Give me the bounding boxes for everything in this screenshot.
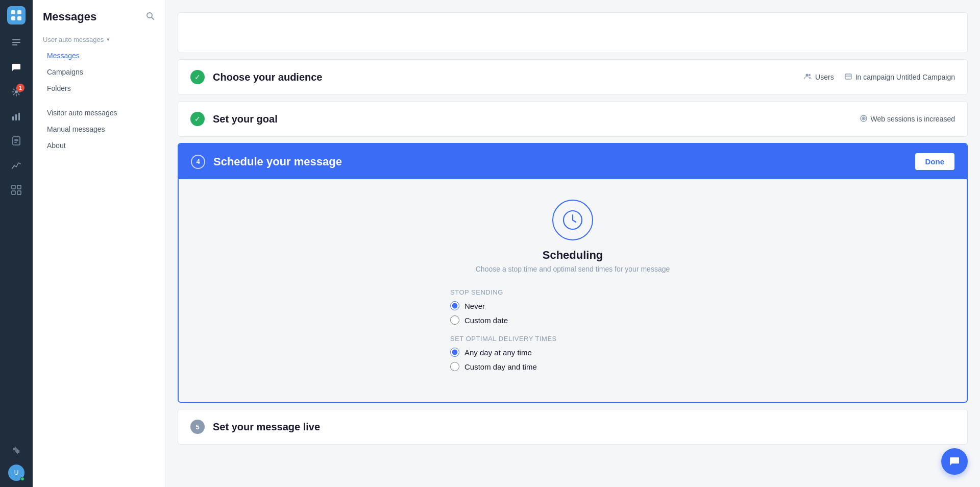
sidebar-title: Messages: [43, 10, 96, 23]
step5-number: 5: [190, 420, 205, 434]
svg-rect-15: [12, 185, 15, 189]
sidebar-item-messages[interactable]: Messages: [37, 47, 161, 64]
choose-audience-card: ✓ Choose your audience Users In campaign…: [178, 59, 968, 95]
user-auto-messages-group[interactable]: User auto messages ▾: [33, 34, 165, 47]
automation-icon[interactable]: 1: [6, 82, 27, 102]
svg-point-21: [806, 74, 808, 76]
sidebar-header: Messages: [33, 10, 165, 34]
user-avatar[interactable]: U: [8, 465, 24, 481]
svg-rect-9: [15, 114, 17, 120]
delivery-custom-day[interactable]: Custom day and time: [450, 362, 695, 371]
chevron-down-icon: ▾: [107, 36, 110, 43]
stop-sending-custom-date[interactable]: Custom date: [450, 315, 695, 325]
online-status-dot: [20, 477, 24, 481]
stop-sending-group: Never Custom date: [450, 301, 695, 325]
svg-line-20: [152, 17, 154, 19]
app-logo[interactable]: [7, 6, 26, 25]
svg-rect-5: [12, 42, 20, 43]
schedule-card-body: Scheduling Choose a stop time and optima…: [179, 179, 967, 402]
campaign-icon: [844, 72, 852, 82]
plugins-icon[interactable]: [6, 440, 27, 460]
svg-rect-0: [11, 10, 15, 14]
scheduling-icon-wrapper: [552, 200, 593, 240]
svg-point-22: [808, 74, 811, 76]
delivery-times-group: Any day at any time Custom day and time: [450, 348, 695, 371]
svg-rect-6: [12, 44, 17, 45]
delivery-custom-day-label: Custom day and time: [464, 362, 537, 371]
sidebar-item-folders[interactable]: Folders: [37, 80, 161, 96]
stop-sending-never-radio[interactable]: [450, 301, 459, 310]
scheduling-subtext: Choose a stop time and optimal send time…: [476, 265, 670, 273]
stop-sending-never[interactable]: Never: [450, 301, 695, 310]
scheduling-heading: Scheduling: [543, 249, 603, 262]
audience-label: Users: [815, 73, 834, 81]
stop-sending-custom-date-label: Custom date: [464, 316, 508, 325]
svg-rect-12: [14, 139, 18, 140]
goal-label: Web sessions is increased: [871, 115, 955, 123]
main-content: ✓ Choose your audience Users In campaign…: [165, 0, 980, 487]
step1-title: Choose your audience: [213, 71, 796, 83]
campaign-meta: In campaign Untitled Campaign: [844, 72, 955, 82]
svg-rect-16: [17, 185, 21, 189]
sidebar: Messages User auto messages ▾ Messages C…: [33, 0, 165, 487]
delivery-custom-day-radio[interactable]: [450, 362, 459, 371]
analytics-icon[interactable]: [6, 155, 27, 176]
contacts-icon[interactable]: [6, 33, 27, 53]
svg-rect-23: [845, 74, 851, 79]
goal-meta: Web sessions is increased: [860, 114, 955, 124]
svg-rect-4: [12, 39, 20, 40]
chat-bubble-button[interactable]: [941, 448, 968, 475]
sidebar-item-manual-messages[interactable]: Manual messages: [37, 121, 161, 137]
audience-meta: Users: [804, 72, 834, 82]
icon-rail: 1 U: [0, 0, 33, 487]
step4-title: Schedule your message: [213, 155, 907, 168]
svg-rect-14: [14, 142, 17, 143]
reports-icon[interactable]: [6, 106, 27, 127]
step5-title: Set your message live: [213, 421, 955, 433]
stop-sending-never-label: Never: [464, 302, 485, 310]
step4-number: 4: [191, 155, 205, 169]
stop-sending-custom-date-radio[interactable]: [450, 315, 459, 325]
step2-title: Set your goal: [213, 113, 851, 125]
top-stub-card: [178, 12, 968, 53]
svg-rect-17: [12, 191, 15, 194]
delivery-any-day-radio[interactable]: [450, 348, 459, 357]
svg-point-26: [863, 118, 864, 119]
svg-rect-13: [14, 140, 18, 141]
scheduling-form: Stop sending Never Custom date Set optim…: [450, 288, 695, 381]
done-button[interactable]: Done: [915, 153, 955, 170]
step2-meta: Web sessions is increased: [860, 114, 955, 124]
set-live-card: 5 Set your message live: [178, 409, 968, 445]
audience-icon: [804, 72, 812, 82]
step1-check: ✓: [190, 70, 205, 84]
step2-check: ✓: [190, 112, 205, 126]
integrations-icon[interactable]: [6, 180, 27, 200]
set-goal-card: ✓ Set your goal Web sessions is increase…: [178, 101, 968, 137]
svg-rect-8: [12, 116, 14, 120]
pages-icon[interactable]: [6, 131, 27, 151]
delivery-any-day[interactable]: Any day at any time: [450, 348, 695, 357]
notification-badge: 1: [16, 84, 24, 92]
schedule-message-card: 4 Schedule your message Done Scheduling …: [178, 143, 968, 403]
delivery-times-label: Set optimal delivery times: [450, 335, 695, 343]
stop-sending-label: Stop sending: [450, 288, 695, 296]
schedule-card-header: 4 Schedule your message Done: [179, 144, 967, 179]
svg-rect-18: [17, 191, 21, 194]
svg-rect-1: [17, 10, 21, 14]
search-icon[interactable]: [145, 11, 155, 23]
sidebar-item-visitor-auto-messages[interactable]: Visitor auto messages: [37, 105, 161, 121]
group-label-text: User auto messages: [43, 36, 104, 43]
goal-icon: [860, 114, 868, 124]
sidebar-item-about[interactable]: About: [37, 137, 161, 154]
messages-icon[interactable]: [6, 57, 27, 78]
svg-rect-2: [11, 16, 15, 20]
delivery-any-day-label: Any day at any time: [464, 348, 532, 357]
svg-rect-10: [18, 113, 20, 120]
sidebar-item-campaigns[interactable]: Campaigns: [37, 64, 161, 80]
avatar-initials: U: [14, 469, 19, 476]
step1-meta: Users In campaign Untitled Campaign: [804, 72, 955, 82]
svg-rect-3: [17, 16, 21, 20]
scheduling-content: Scheduling Choose a stop time and optima…: [420, 200, 726, 381]
campaign-label: In campaign Untitled Campaign: [855, 73, 955, 81]
